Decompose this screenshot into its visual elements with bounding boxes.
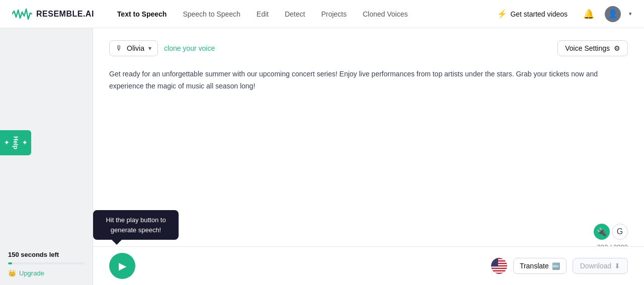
crown-icon: 👑 bbox=[8, 269, 16, 277]
lightning-icon: ⚡ bbox=[497, 9, 507, 19]
progress-fill bbox=[8, 262, 12, 264]
text-input-area[interactable]: Get ready for an unforgettable summer wi… bbox=[109, 68, 628, 129]
translate-button[interactable]: Translate 🔤 bbox=[513, 258, 567, 274]
get-started-button[interactable]: ⚡ Get started videos bbox=[492, 6, 573, 22]
translate-label: Translate bbox=[520, 262, 549, 270]
ai-icon: 🔌 bbox=[597, 227, 607, 237]
play-icon: ▶ bbox=[119, 260, 126, 272]
usage-progress-bar bbox=[8, 262, 85, 264]
content-area: 🎙 Olivia ▾ clone your voice Voice Settin… bbox=[93, 28, 644, 285]
nav-projects[interactable]: Projects bbox=[314, 7, 354, 21]
download-arrow-icon: ⬇ bbox=[614, 262, 620, 270]
help-sparkle-icon: ✦ bbox=[3, 139, 10, 146]
help-tab-button[interactable]: ✦ Help ✦ bbox=[0, 130, 31, 155]
logo-text: RESEMBLE.AI bbox=[36, 10, 94, 19]
play-button[interactable]: ▶ bbox=[109, 253, 135, 279]
voice-settings-label: Voice Settings bbox=[565, 44, 610, 52]
download-button[interactable]: Download ⬇ bbox=[573, 258, 628, 274]
text-content: Get ready for an unforgettable summer wi… bbox=[109, 70, 598, 90]
language-flag-button[interactable] bbox=[491, 258, 507, 274]
play-tooltip: Hit the play button to generate speech! bbox=[93, 210, 179, 240]
voice-dropdown[interactable]: 🎙 Olivia ▾ bbox=[109, 40, 158, 56]
download-label: Download bbox=[580, 262, 611, 270]
svg-rect-3 bbox=[491, 259, 507, 260]
svg-rect-7 bbox=[491, 269, 507, 270]
voice-row: 🎙 Olivia ▾ clone your voice Voice Settin… bbox=[109, 40, 628, 56]
logo-waves-icon bbox=[12, 8, 32, 20]
mic-icon: 🎙 bbox=[116, 44, 123, 52]
settings-sliders-icon: ⚙ bbox=[614, 44, 620, 52]
voice-selector: 🎙 Olivia ▾ clone your voice bbox=[109, 40, 215, 56]
notification-bell-icon[interactable]: 🔔 bbox=[581, 6, 597, 22]
svg-rect-8 bbox=[491, 271, 507, 272]
nav-edit[interactable]: Edit bbox=[250, 7, 276, 21]
help-label: Help bbox=[12, 136, 19, 149]
translate-icon: 🔤 bbox=[552, 262, 560, 270]
nav-speech-to-speech[interactable]: Speech to Speech bbox=[176, 7, 247, 21]
upgrade-button[interactable]: 👑 Upgrade bbox=[8, 269, 85, 277]
upgrade-label: Upgrade bbox=[19, 269, 44, 277]
help-tab-inner: ✦ Help ✦ bbox=[3, 136, 28, 149]
svg-rect-6 bbox=[491, 266, 507, 267]
clone-voice-link[interactable]: clone your voice bbox=[164, 44, 215, 52]
sidebar: 150 seconds left 👑 Upgrade bbox=[0, 28, 93, 285]
grammar-icon: G bbox=[617, 227, 623, 236]
bottom-bar: ▶ bbox=[93, 246, 644, 285]
main-content: 🎙 Olivia ▾ clone your voice Voice Settin… bbox=[93, 28, 644, 285]
ai-enhance-button[interactable]: 🔌 bbox=[594, 224, 610, 240]
navbar: RESEMBLE.AI Text to Speech Speech to Spe… bbox=[0, 0, 644, 28]
sidebar-bottom: 150 seconds left 👑 Upgrade bbox=[0, 243, 93, 285]
tooltip-text: Hit the play button to generate speech! bbox=[106, 216, 166, 234]
seconds-left-label: 150 seconds left bbox=[8, 251, 85, 258]
nav-links: Text to Speech Speech to Speech Edit Det… bbox=[110, 7, 493, 21]
logo-area: RESEMBLE.AI bbox=[12, 8, 94, 20]
icon-actions: 🔌 G bbox=[594, 224, 628, 240]
nav-text-to-speech[interactable]: Text to Speech bbox=[110, 7, 174, 21]
help-icon: ✦ bbox=[21, 139, 28, 146]
us-flag-icon bbox=[491, 258, 507, 274]
avatar-icon: 👤 bbox=[608, 9, 618, 19]
voice-chevron-icon: ▾ bbox=[148, 45, 151, 52]
user-avatar[interactable]: 👤 bbox=[605, 6, 621, 22]
avatar-chevron-icon: ▾ bbox=[629, 11, 632, 17]
voice-name: Olivia bbox=[127, 44, 144, 52]
svg-rect-9 bbox=[491, 258, 498, 266]
nav-cloned-voices[interactable]: Cloned Voices bbox=[356, 7, 415, 21]
grammar-check-button[interactable]: G bbox=[612, 224, 628, 240]
voice-settings-button[interactable]: Voice Settings ⚙ bbox=[557, 40, 628, 56]
nav-right: ⚡ Get started videos 🔔 👤 ▾ bbox=[492, 6, 632, 22]
bottom-right: Translate 🔤 Download ⬇ bbox=[491, 258, 628, 274]
get-started-label: Get started videos bbox=[510, 10, 568, 18]
nav-detect[interactable]: Detect bbox=[278, 7, 312, 21]
